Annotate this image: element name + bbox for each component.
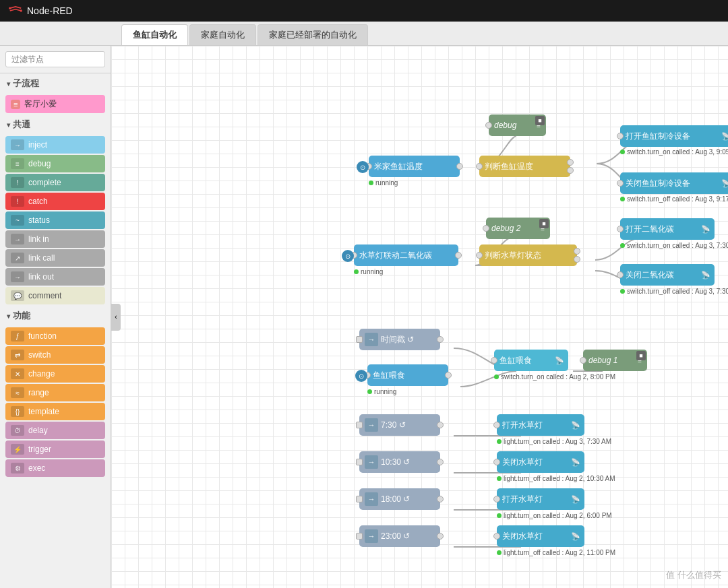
canvas-node-timer-730[interactable]: → 7:30 ↺	[359, 414, 440, 436]
canvas-node-judge-light-state[interactable]: 判断水草灯状态	[479, 244, 577, 266]
port-left-feeder-s	[491, 357, 497, 364]
debug-icon: ≡	[11, 158, 24, 169]
range-icon: ≈	[11, 387, 24, 398]
search-input[interactable]	[5, 51, 105, 67]
sidebar: ▾ 子流程 ≡ 客厅小爱 ▾ 共通 → inject ≡ debug ! com…	[0, 46, 111, 588]
tab-jiating[interactable]: 家庭自动化	[189, 24, 256, 45]
node-template[interactable]: {} template	[5, 403, 105, 420]
port-right-judge-temp-top	[567, 159, 574, 166]
node-change[interactable]: ✕ change	[5, 365, 105, 383]
canvas-node-timestamp[interactable]: → 时间戳 ↺	[359, 329, 440, 350]
complete-icon: !	[11, 177, 24, 188]
status-close-cooling: switch.turn_off called : Aug 3, 9:17 AM	[620, 195, 728, 203]
canvas-node-close-waterlight1[interactable]: 关闭水草灯 📡	[497, 451, 584, 473]
debug2-toggle[interactable]: ■	[539, 219, 549, 228]
svg-point-0	[9, 7, 11, 9]
linkin-icon: →	[11, 234, 24, 244]
canvas-node-debug1[interactable]: debug ≡ ■	[489, 115, 546, 136]
node-trigger[interactable]: ⚡ trigger	[5, 440, 105, 458]
inject-icon-ts: →	[365, 333, 378, 346]
sidebar-collapse-button[interactable]: ‹	[111, 304, 121, 331]
text-open-cooling: switch.turn_on called : Aug 3, 9:05 AM	[627, 148, 728, 156]
port-left-mijia: ⊙	[365, 163, 372, 170]
ha-icon-close-wl2: 📡	[571, 532, 580, 541]
subflow-icon: ≡	[11, 100, 20, 109]
canvas-node-judge-temp[interactable]: 判断鱼缸温度	[479, 156, 570, 177]
app-logo: Node-RED	[8, 5, 73, 17]
titlebar: Node-RED	[0, 0, 728, 22]
node-status[interactable]: ~ status	[5, 211, 105, 229]
canvas-node-timer-2300[interactable]: → 23:00 ↺	[359, 525, 440, 547]
port-left-close-co2	[617, 271, 624, 278]
chevron-subflow: ▾	[7, 80, 10, 88]
tab-deployed[interactable]: 家庭已经部署的自动化	[257, 24, 368, 45]
text-close-wl2: light.turn_off called : Aug 2, 11:00 PM	[504, 549, 615, 556]
dot-open-co2	[620, 243, 625, 248]
canvas-node-close-cooling[interactable]: 关闭鱼缸制冷设备 📡	[620, 172, 728, 194]
node-debug[interactable]: ≡ debug	[5, 155, 105, 172]
section-function[interactable]: ▾ 功能	[0, 306, 111, 326]
subflow-label: 客厅小爱	[24, 98, 57, 110]
section-subflow[interactable]: ▾ 子流程	[0, 73, 111, 94]
switch-icon: ⇄	[11, 350, 24, 360]
tab-yugang[interactable]: 鱼缸自动化	[121, 24, 188, 45]
port-right-730	[437, 422, 444, 428]
canvas-node-open-cooling[interactable]: 打开鱼缸制冷设备 📡	[620, 125, 728, 147]
node-complete[interactable]: ! complete	[5, 174, 105, 191]
canvas-node-open-waterlight1[interactable]: 打开水草灯 📡	[497, 414, 584, 436]
dot-open-wl2	[497, 513, 502, 518]
node-linkcall[interactable]: ↗ link call	[5, 249, 105, 267]
section-subflow-label: 子流程	[13, 77, 39, 90]
canvas-node-feeder-service[interactable]: 鱼缸喂食 📡	[494, 350, 568, 371]
status-text-mijia: running	[375, 179, 398, 187]
inject-icon-2300: →	[365, 529, 378, 543]
status-close-wl1: light.turn_off called : Aug 2, 10:30 AM	[497, 475, 615, 482]
status-close-co2: switch.turn_off called : Aug 3, 7:30 AM	[620, 288, 728, 295]
debug3-toggle[interactable]: ■	[636, 351, 646, 360]
status-feeder-t: running	[367, 388, 396, 395]
section-common-label: 共通	[13, 119, 30, 131]
node-linkout[interactable]: → link out	[5, 268, 105, 286]
dot-close-wl2	[497, 550, 502, 555]
port-left-judge-temp	[476, 163, 483, 170]
port-left-judge-light	[476, 252, 483, 259]
canvas-node-debug3[interactable]: debug 1 ≡ ■	[583, 350, 647, 371]
port-left-open-wl2	[493, 496, 500, 502]
node-function[interactable]: ƒ function	[5, 327, 105, 345]
node-kejian-xiaoai[interactable]: ≡ 客厅小爱	[5, 95, 105, 113]
canvas-node-close-co2[interactable]: 关闭二氧化碳 📡	[620, 264, 715, 286]
inject-icon-1800: →	[365, 492, 378, 506]
node-range[interactable]: ≈ range	[5, 384, 105, 401]
debug-toggle[interactable]: ■	[535, 116, 545, 125]
section-function-label: 功能	[13, 310, 30, 322]
canvas-node-timer-1030[interactable]: → 10:30 ↺	[359, 451, 440, 473]
port-right-judge-temp-bot	[567, 167, 574, 174]
canvas-node-open-waterlight2[interactable]: 打开水草灯 📡	[497, 488, 584, 510]
canvas-node-waterplant-co2[interactable]: ⊙ 水草灯联动二氧化碳	[354, 244, 458, 266]
canvas[interactable]: ‹	[111, 46, 728, 588]
canvas-node-timer-1800[interactable]: → 18:00 ↺	[359, 488, 440, 510]
canvas-node-mijia-temp[interactable]: ⊙ 米家鱼缸温度	[369, 156, 460, 177]
node-linkin[interactable]: → link in	[5, 230, 105, 248]
canvas-node-close-waterlight2[interactable]: 关闭水草灯 📡	[497, 525, 584, 547]
watermark: 值 什么值得买	[666, 569, 721, 581]
port-left-1800	[356, 496, 363, 502]
linkcall-icon: ↗	[11, 253, 24, 263]
node-comment[interactable]: 💬 comment	[5, 287, 105, 304]
canvas-node-yugang-feeder-trigger[interactable]: ⊙ 鱼缸喂食	[367, 364, 448, 386]
text-open-co2: switch.turn_on called : Aug 3, 7:30 AM	[627, 242, 728, 249]
section-common[interactable]: ▾ 共通	[0, 115, 111, 135]
port-left	[485, 122, 492, 129]
node-catch[interactable]: ! catch	[5, 193, 105, 210]
port-right-judge-light-bot	[574, 256, 580, 263]
port-left-waterplant: ⊙	[351, 252, 357, 259]
canvas-node-debug2[interactable]: debug 2 ≡ ■	[486, 218, 550, 239]
canvas-node-open-co2[interactable]: 打开二氧化碳 📡	[620, 218, 715, 240]
node-switch[interactable]: ⇄ switch	[5, 346, 105, 364]
node-exec[interactable]: ⚙ exec	[5, 459, 105, 477]
node-delay[interactable]: ⏱ delay	[5, 422, 105, 439]
status-mijia: running	[369, 179, 398, 187]
comment-icon: 💬	[11, 290, 24, 301]
text-waterplant: running	[361, 268, 383, 275]
node-inject[interactable]: → inject	[5, 136, 105, 154]
